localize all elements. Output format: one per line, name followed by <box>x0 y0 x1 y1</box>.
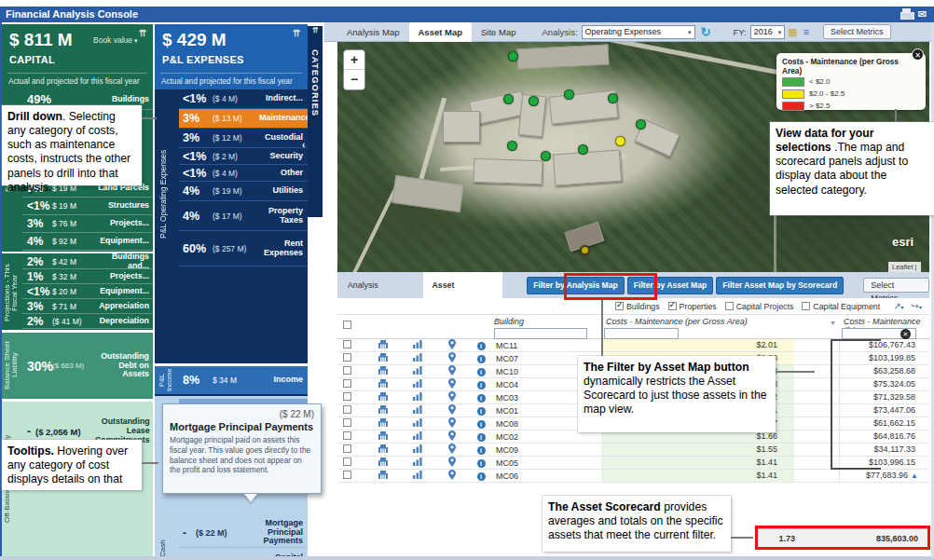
clear-filter-icon[interactable]: ✕ <box>900 329 911 339</box>
map-select-metrics-button[interactable]: Select Metrics <box>823 24 891 39</box>
collapse-chevron-icon[interactable]: ‹ <box>302 140 305 150</box>
column-pga[interactable]: Costs - Maintenance (per Gross Area) <box>606 317 748 326</box>
pin-icon[interactable] <box>434 404 470 417</box>
chart-icon[interactable] <box>401 458 434 468</box>
asset-marker[interactable] <box>580 245 590 255</box>
building-icon[interactable] <box>365 353 401 363</box>
row-checkbox[interactable] <box>343 444 351 453</box>
pga-filter-input[interactable] <box>604 328 679 339</box>
info-icon[interactable]: i <box>470 458 492 468</box>
capital-row[interactable]: 2% $ 42 M Buildings and... <box>22 254 153 269</box>
pnl-row[interactable]: <1% ($ 4 M) Indirect... <box>179 89 308 109</box>
scorecard-select-metrics-button[interactable]: Select Metrics <box>863 278 929 293</box>
chart-icon[interactable] <box>401 418 434 429</box>
zoom-out-button[interactable]: − <box>344 70 364 89</box>
row-checkbox[interactable] <box>343 458 351 466</box>
column-building[interactable]: Building <box>494 317 524 326</box>
building-icon[interactable] <box>365 444 401 455</box>
asset-marker[interactable] <box>608 93 618 103</box>
fy-dropdown[interactable]: 2016 ▾ <box>750 25 786 39</box>
grid-view-icon[interactable]: ▦ <box>788 26 797 38</box>
asset-marker[interactable] <box>508 51 518 61</box>
pin-icon[interactable] <box>434 470 470 482</box>
capital-row[interactable]: 3% $ 71 M Appreciation <box>22 299 153 314</box>
pin-icon[interactable] <box>434 352 470 364</box>
building-icon[interactable] <box>365 379 401 389</box>
row-checkbox[interactable] <box>343 418 351 427</box>
type-filter[interactable]: Capital Projects <box>725 302 794 311</box>
pin-icon[interactable] <box>434 378 470 390</box>
map-tab[interactable]: Site Map <box>472 22 526 42</box>
building-icon[interactable] <box>365 405 401 416</box>
building-icon[interactable] <box>365 471 401 481</box>
asset-marker[interactable] <box>507 141 517 151</box>
pin-icon[interactable] <box>434 457 470 469</box>
chart-icon[interactable] <box>401 405 434 416</box>
building-icon[interactable] <box>365 366 401 376</box>
pin-icon[interactable] <box>434 391 470 403</box>
checkbox[interactable] <box>668 302 677 310</box>
pnl-row[interactable]: <1% ($ 4 M) Other <box>179 165 308 182</box>
capital-row[interactable]: 1% $ 32 M Projects... <box>22 269 153 284</box>
pnl-row[interactable]: 4% ($ 19 M) Utilities <box>179 182 308 201</box>
info-icon[interactable]: i <box>470 406 492 416</box>
zoom-in-button[interactable]: + <box>344 50 364 70</box>
legend-close-icon[interactable]: ✕ <box>912 48 924 61</box>
row-checkbox[interactable] <box>343 366 351 375</box>
pin-icon[interactable] <box>434 365 470 377</box>
building-filter-input[interactable] <box>494 328 587 339</box>
type-filter[interactable]: Properties <box>668 302 717 311</box>
info-icon[interactable]: i <box>470 471 492 481</box>
type-filter[interactable]: Capital Equipment <box>802 302 880 311</box>
table-row[interactable]: i MC06 $1.41 $77,683.96▲ <box>337 470 929 483</box>
asset-marker[interactable] <box>615 136 625 146</box>
capital-row[interactable]: 4% $ 92 M Equipment... <box>22 233 153 251</box>
asset-marker[interactable] <box>564 89 574 100</box>
print-icon[interactable] <box>900 8 913 19</box>
chart-icon[interactable] <box>401 340 434 350</box>
pnl-row[interactable]: <1% ($ 2 M) Security <box>179 148 308 165</box>
info-icon[interactable]: i <box>470 445 492 455</box>
map-tab[interactable]: Analysis Map <box>337 22 409 42</box>
asset-marker[interactable] <box>578 144 588 155</box>
chart-icon[interactable] <box>401 392 434 403</box>
building-icon[interactable] <box>365 418 401 429</box>
pnl-row[interactable]: 60% ($ 257 M) Rent Expenses <box>179 231 308 266</box>
share-icon[interactable]: ↪▾ <box>912 301 922 311</box>
pnl-row[interactable]: 4% ($ 17 M) Property Taxes <box>179 201 308 231</box>
table-row[interactable]: i MC11 $2.01 $106,767.43 <box>337 339 929 352</box>
capital-collapse-icon[interactable]: ⇈ <box>139 28 146 38</box>
info-icon[interactable]: i <box>470 341 492 350</box>
row-checkbox[interactable] <box>343 340 351 348</box>
pin-icon[interactable] <box>434 339 470 351</box>
filter-button[interactable]: Filter Asset Map by Scorecard <box>716 277 844 294</box>
checkbox[interactable] <box>802 302 810 310</box>
checkbox[interactable] <box>615 302 624 310</box>
row-checkbox[interactable] <box>343 392 351 401</box>
row-checkbox[interactable] <box>343 431 351 440</box>
pin-icon[interactable] <box>434 430 470 443</box>
building-icon[interactable] <box>365 431 401 442</box>
building-icon[interactable] <box>365 340 401 350</box>
asset-marker[interactable] <box>636 119 646 130</box>
list-view-icon[interactable]: ≡ <box>804 26 809 37</box>
row-checkbox[interactable] <box>343 353 351 362</box>
pnl-row[interactable]: - ($ 22 M) Mortgage Principal Payments <box>179 518 308 548</box>
pnl-row[interactable]: 8% $ 34 M Income <box>179 366 308 394</box>
pnl-collapse-icon[interactable]: ⇈ <box>293 28 300 38</box>
scorecard-tab[interactable]: Asset Scorecard <box>423 272 502 298</box>
info-icon[interactable]: i <box>470 432 492 442</box>
type-filter[interactable]: Buildings <box>615 302 660 311</box>
capital-row[interactable]: 2% ($ 41 M) Depreciation <box>22 314 153 329</box>
select-all-checkbox[interactable] <box>343 321 351 329</box>
chart-icon[interactable] <box>401 471 434 481</box>
pnl-row[interactable]: 3% ($ 12 M) Custodial <box>179 129 308 148</box>
table-row[interactable]: i MC09 $1.55 $34,117.33 <box>337 444 929 457</box>
chart-icon[interactable] <box>401 353 434 363</box>
checkbox[interactable] <box>725 302 734 310</box>
pin-icon[interactable] <box>434 417 470 430</box>
chart-icon[interactable] <box>401 431 434 442</box>
scorecard-tab[interactable]: Analysis Scorecard <box>339 272 424 298</box>
capital-row[interactable]: 3% $ 76 M Projects... <box>22 215 153 233</box>
book-value-dropdown[interactable]: Book value <box>93 35 138 45</box>
